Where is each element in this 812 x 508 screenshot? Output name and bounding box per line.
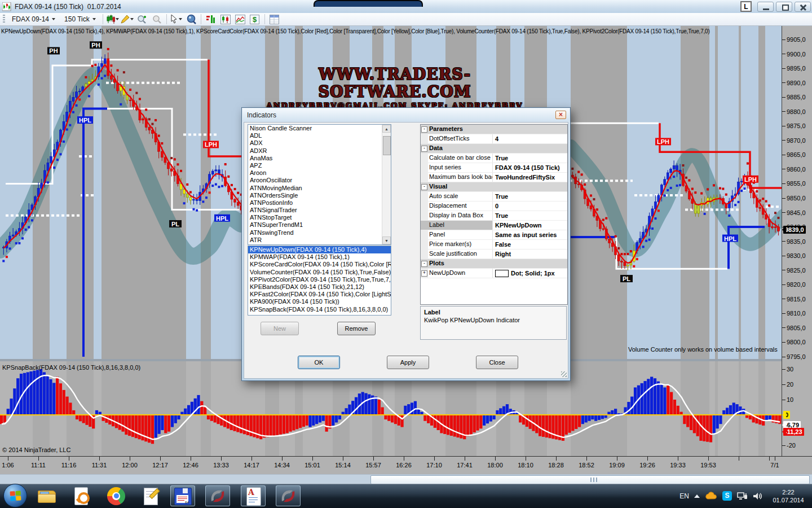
list-item[interactable]: ATNSuperTrendM1 [248,221,391,229]
candle-panel-button[interactable] [219,14,232,25]
list-item[interactable]: ADL [248,132,391,139]
cursor-button[interactable] [170,14,183,25]
cloud-icon[interactable] [705,492,717,501]
dialog-title-bar[interactable]: Indicators × [242,108,570,121]
list-item[interactable]: ATNPostionInfo [248,199,391,207]
taskbar-item-ninjatrader[interactable] [205,485,230,506]
grid-value[interactable]: 4 [493,134,567,143]
grid-value[interactable]: FDAX 09-14 (150 Tick) [493,163,567,172]
configured-item[interactable]: KPEBands(FDAX 09-14 (150 Tick),21,12) [248,283,391,291]
toolbar-grip[interactable] [3,15,5,24]
grid-row-scale-justification[interactable]: Scale justificationRight [421,249,567,259]
grid-value[interactable]: KPNewUpDown [493,221,567,230]
list-scrollbar[interactable]: ▲ ▼ [382,125,391,244]
collapse-icon[interactable]: - [421,184,427,190]
time-axis[interactable]: 1:0611:1111:1611:3112:0012:1712:4613:331… [0,456,812,475]
configured-item[interactable]: KPScoreCardColor(FDAX 09-14 (150 Tick),C… [248,261,391,268]
grid-row-display-in-data-box[interactable]: Display in Data BoxTrue [421,211,567,221]
list-item[interactable]: APZ [248,162,391,169]
grid-row-label[interactable]: LabelKPNewUpDown [421,221,567,230]
scrollbar-thumb[interactable] [370,475,810,484]
new-button[interactable]: New [261,322,299,335]
dialog-close-button[interactable]: × [555,111,566,119]
taskbar-item-floppy[interactable]: 64 [170,485,195,506]
list-item[interactable]: Nison Candle Scanner [248,125,391,132]
account-button[interactable]: $ [248,14,262,25]
speaker-icon[interactable] [753,492,763,501]
list-item[interactable]: ATNswingTrend [248,229,391,237]
grid-value[interactable]: Same as input series [493,230,567,239]
start-button[interactable] [3,484,27,507]
grid-section-visual[interactable]: -Visual [421,182,567,192]
list-item[interactable]: ATNStopTarget [248,214,391,221]
list-item[interactable]: Aroon [248,169,391,177]
tray-expand-icon[interactable] [694,494,700,498]
line-panel-button[interactable] [233,14,247,25]
configured-item[interactable]: KPFast2Color(FDAX 09-14 (150 Tick),Color… [248,291,391,298]
expand-icon[interactable]: + [421,270,427,277]
taskbar-item-ninjatrader-2[interactable] [276,485,301,506]
grid-value[interactable]: False [493,240,567,249]
grid-value[interactable]: True [493,211,567,220]
grid-value[interactable]: TwoHundredFiftySix [493,173,567,182]
network-icon[interactable] [737,492,748,501]
grid-section-data[interactable]: -Data [421,144,567,154]
grid-row-input-series[interactable]: Input seriesFDAX 09-14 (150 Tick) [421,163,567,173]
available-indicators-list[interactable]: Nison Candle ScannerADLADXADXRAnaMasAPZA… [248,124,391,245]
plot-color-swatch[interactable] [495,270,509,277]
restore-button[interactable] [776,2,792,12]
instrument-select[interactable]: FDAX 09-14 [8,14,59,25]
chart-style-button[interactable] [106,14,120,25]
grid-row-price-marker-s-[interactable]: Price marker(s)False [421,240,567,249]
l-button[interactable]: L [740,1,752,12]
list-item[interactable]: ATNOrdersSingle [248,192,391,199]
grid-row-dotoffsetticks[interactable]: DotOffsetTicks4 [421,134,567,144]
close-button[interactable] [795,2,811,12]
grid-row-auto-scale[interactable]: Auto scaleTrue [421,192,567,202]
grid-row-maximum-bars-look-back[interactable]: Maximum bars look backTwoHundredFiftySix [421,173,567,182]
configured-item[interactable]: KPSnapBack(FDAX 09-14 (150 Tick),8,16,3,… [248,306,391,313]
data-box-button[interactable] [184,14,198,25]
grid-value[interactable]: 0 [493,202,567,211]
grid-row-newupdown[interactable]: +NewUpDownDot; Solid; 1px [421,269,567,278]
configured-indicators-list[interactable]: KPNewUpDown(FDAX 09-14 (150 Tick),4)KPMW… [248,246,391,316]
configured-item[interactable]: KPPivot2Color(FDAX 09-14 (150 Tick),True… [248,276,391,283]
grid-value[interactable]: Right [493,249,567,259]
list-item[interactable]: AnaMas [248,155,391,162]
configured-item[interactable]: KPA900(FDAX 09-14 (150 Tick)) [248,298,391,305]
list-item[interactable]: ATR [248,237,391,244]
taskbar-item-chrome[interactable] [104,485,129,506]
collapse-icon[interactable]: - [421,261,427,267]
collapse-icon[interactable]: - [421,126,427,133]
ok-button[interactable]: OK [298,356,340,369]
skype-icon[interactable]: S [722,491,732,501]
collapse-icon[interactable]: - [421,146,427,152]
taskbar-item-notepad[interactable] [139,485,164,506]
list-item[interactable]: ATNMovingMedian [248,185,391,192]
configured-item[interactable]: KPMWAP(FDAX 09-14 (150 Tick),1) [248,253,391,261]
grid-panel-button[interactable] [268,14,281,25]
scroll-thumb[interactable] [383,136,391,155]
grid-section-plots[interactable]: -Plots [421,259,567,269]
draw-button[interactable] [121,14,134,25]
grid-section-parameters[interactable]: -Parameters [421,125,567,134]
list-item[interactable]: AroonOscillator [248,177,391,184]
resize-grip[interactable] [561,371,567,377]
taskbar-item-search[interactable] [69,485,94,506]
grid-value[interactable]: True [493,192,567,201]
scroll-down-icon[interactable]: ▼ [382,237,391,244]
grid-row-panel[interactable]: PanelSame as input series [421,230,567,240]
grid-row-displacement[interactable]: Displacement0 [421,202,567,211]
language-indicator[interactable]: EN [679,492,689,500]
minimize-button[interactable] [757,2,774,12]
configured-item[interactable]: VolumeCounter(FDAX 09-14 (150 Tick),True… [248,269,391,276]
taskbar-clock[interactable]: 2:22 01.07.2014 [768,488,809,504]
interval-select[interactable]: 150 Tick [60,14,100,25]
list-item[interactable]: ADXR [248,147,391,155]
list-item[interactable]: ATNSignalTrader [248,207,391,214]
list-item[interactable]: ADX [248,139,391,147]
price-axis[interactable]: 9905,09900,09895,09890,09885,09880,09875… [782,26,812,456]
configured-item[interactable]: KPNewUpDown(FDAX 09-14 (150 Tick),4) [248,246,391,253]
zoom-out-button[interactable] [150,14,164,25]
remove-button[interactable]: Remove [337,322,376,335]
